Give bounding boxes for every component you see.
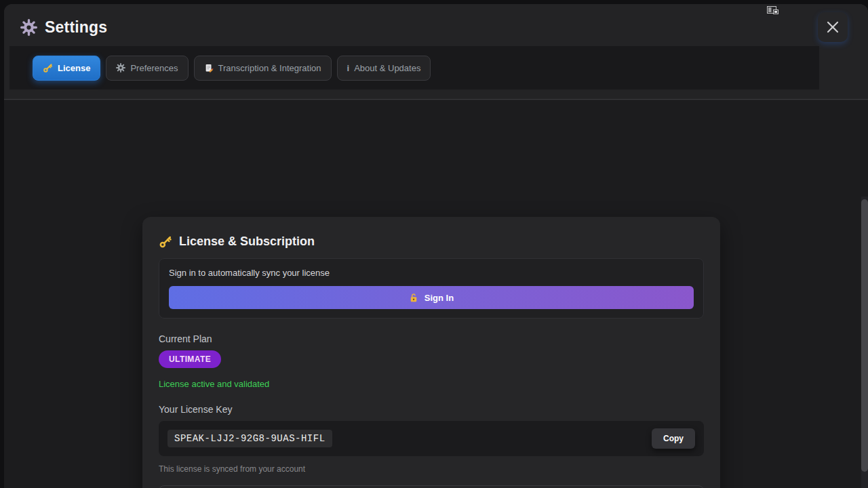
memo-icon	[204, 63, 214, 73]
license-key-row: SPEAK-LJJ2-92G8-9UAS-HIFL Copy	[159, 421, 704, 456]
signin-prompt: Sign in to automatically sync your licen…	[169, 268, 694, 278]
section-title: License & Subscription	[179, 235, 315, 249]
synced-note: This license is synced from your account	[159, 464, 704, 474]
settings-content: License & Subscription Sign in to automa…	[4, 100, 868, 488]
info-icon: i	[347, 63, 350, 73]
key-icon	[159, 235, 172, 249]
tab-label: Preferences	[130, 63, 178, 73]
copy-button[interactable]: Copy	[652, 428, 695, 449]
settings-window: Settings	[4, 4, 868, 488]
tab-preferences[interactable]: Preferences	[106, 56, 188, 81]
current-plan-label: Current Plan	[159, 333, 704, 344]
window-mode-icon[interactable]	[767, 6, 779, 16]
unlock-icon	[409, 293, 419, 303]
tab-about-updates[interactable]: i About & Updates	[337, 56, 431, 81]
license-key-label: Your License Key	[159, 404, 704, 415]
section-title-row: License & Subscription	[159, 235, 704, 249]
tab-label: Transcription & Integration	[218, 63, 321, 73]
gear-icon	[116, 63, 125, 73]
title-row: Settings	[20, 12, 107, 42]
signin-box: Sign in to automatically sync your licen…	[159, 258, 704, 319]
close-icon	[825, 20, 840, 35]
advanced-activation-toggle[interactable]: Advanced: Manual License Activation	[159, 485, 704, 488]
plan-badge: ULTIMATE	[159, 350, 221, 368]
license-status: License active and validated	[159, 379, 704, 389]
tab-label: About & Updates	[354, 63, 420, 73]
close-button[interactable]	[818, 12, 848, 42]
key-icon	[43, 63, 53, 73]
settings-tabbar: License Preferences	[9, 46, 819, 89]
license-key-value: SPEAK-LJJ2-92G8-9UAS-HIFL	[167, 430, 332, 447]
license-section-card: License & Subscription Sign in to automa…	[142, 217, 720, 488]
tab-transcription-integration[interactable]: Transcription & Integration	[194, 56, 332, 81]
tab-license[interactable]: License	[33, 56, 100, 81]
scrollbar-thumb[interactable]	[861, 199, 868, 472]
page-title: Settings	[45, 18, 107, 37]
settings-header: Settings	[4, 4, 868, 100]
tab-label: License	[58, 63, 90, 73]
sign-in-button[interactable]: Sign In	[169, 286, 694, 309]
sign-in-label: Sign In	[425, 293, 454, 303]
settings-gear-icon	[20, 19, 37, 36]
